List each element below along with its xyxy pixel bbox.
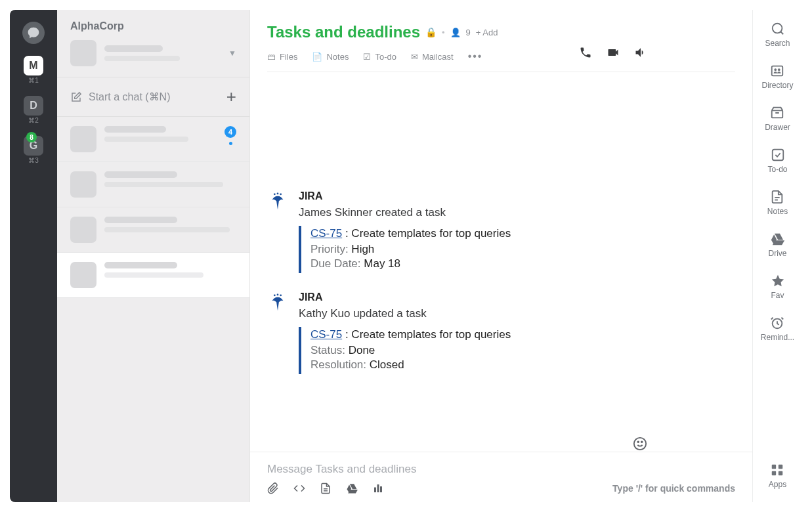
channel-actions: [579, 46, 647, 59]
message: JIRA Kathy Kuo updated a task CS-75 : Cr…: [267, 291, 735, 374]
svg-point-5: [280, 294, 282, 296]
issue-link[interactable]: CS-75: [310, 328, 342, 341]
tab-files[interactable]: 🗃 Files: [267, 51, 297, 62]
rrail-notes[interactable]: Notes: [767, 190, 788, 216]
workspace-switcher-item[interactable]: M ⌘1: [24, 56, 43, 84]
message-action: Kathy Kuo updated a task: [299, 307, 735, 320]
drive-icon[interactable]: [346, 482, 358, 494]
member-icon: 👤: [450, 28, 461, 37]
svg-point-4: [277, 293, 279, 295]
svg-point-7: [637, 441, 639, 442]
caret-down-icon: ▼: [228, 49, 236, 58]
jira-icon: [267, 293, 288, 314]
code-icon[interactable]: [293, 482, 305, 494]
rrail-directory[interactable]: Directory: [761, 64, 793, 90]
video-icon[interactable]: [607, 46, 620, 59]
message-card: CS-75 : Create templates for top queries…: [299, 226, 735, 273]
svg-rect-30: [772, 471, 776, 475]
svg-line-26: [771, 318, 773, 320]
briefcase-icon: 🗃: [267, 52, 276, 62]
main-panel: Tasks and deadlines 🔒 • 👤 9 + Add 🗃 File…: [250, 10, 752, 502]
tabs-more-icon[interactable]: •••: [468, 51, 483, 62]
start-chat-button[interactable]: Start a chat (⌘N) +: [57, 77, 249, 117]
right-rail: Search Directory Drawer To-do Notes Driv…: [752, 10, 802, 502]
channel-meta: • 👤 9 + Add: [442, 28, 498, 37]
tab-mailcast[interactable]: ✉ Mailcast: [411, 51, 454, 62]
rrail-drive[interactable]: Drive: [768, 232, 786, 258]
rrail-fav[interactable]: Fav: [771, 274, 785, 300]
workspace-header[interactable]: AlphaCorp: [57, 10, 249, 40]
svg-rect-12: [377, 484, 379, 492]
avatar: [70, 262, 96, 288]
message-input[interactable]: Message Tasks and deadlines: [267, 463, 735, 476]
poll-icon[interactable]: [372, 482, 384, 494]
svg-rect-29: [779, 465, 782, 469]
svg-point-18: [778, 68, 780, 71]
app-logo[interactable]: [22, 22, 45, 44]
add-member-button[interactable]: + Add: [476, 28, 498, 37]
jira-icon: [267, 192, 288, 213]
message-list: JIRA James Skinner created a task CS-75 …: [250, 72, 752, 452]
chat-item[interactable]: 4: [57, 117, 249, 162]
issue-title: : Create templates for top queries: [342, 227, 511, 240]
message-card: CS-75 : Create templates for top queries…: [299, 327, 735, 374]
search-icon: [771, 22, 785, 36]
channel-header: Tasks and deadlines 🔒 • 👤 9 + Add 🗃 File…: [250, 10, 752, 72]
plus-icon[interactable]: +: [226, 87, 236, 107]
svg-rect-28: [772, 465, 776, 469]
channel-tabs: 🗃 Files 📄 Notes ☑ To-do ✉ Mailcast •••: [267, 51, 735, 72]
message: JIRA James Skinner created a task CS-75 …: [267, 190, 735, 273]
svg-rect-19: [772, 110, 783, 117]
sidebar: AlphaCorp ▼ Start a chat (⌘N) + 4: [57, 10, 250, 502]
notes-icon: [770, 190, 784, 204]
people-icon: [770, 64, 784, 78]
issue-title: : Create templates for top queries: [342, 328, 511, 341]
tab-todo[interactable]: ☑ To-do: [363, 51, 396, 62]
avatar: [70, 171, 96, 198]
svg-point-8: [641, 441, 643, 442]
apps-icon: [770, 463, 784, 477]
avatar: [70, 126, 96, 152]
note-icon: 📄: [312, 52, 322, 62]
rrail-apps[interactable]: Apps: [769, 463, 786, 489]
document-icon[interactable]: [320, 482, 331, 494]
attachment-icon[interactable]: [267, 482, 279, 494]
lock-icon: 🔒: [425, 27, 437, 37]
svg-rect-16: [772, 66, 783, 76]
svg-line-27: [782, 318, 784, 320]
profile-row[interactable]: ▼: [57, 40, 249, 77]
server-rail: M ⌘1 D ⌘2 8 G ⌘3: [10, 10, 57, 502]
chat-item[interactable]: [57, 162, 249, 207]
volume-icon[interactable]: [634, 46, 647, 59]
unread-badge: 4: [224, 126, 236, 138]
message-action: James Skinner created a task: [299, 206, 735, 219]
emoji-icon[interactable]: [633, 437, 647, 451]
workspace-name: AlphaCorp: [70, 20, 124, 32]
call-icon[interactable]: [579, 46, 592, 59]
rrail-todo[interactable]: To-do: [767, 148, 787, 174]
workspace-switcher-item[interactable]: D ⌘2: [24, 96, 43, 124]
rrail-search[interactable]: Search: [765, 22, 790, 48]
notification-badge: 8: [26, 132, 37, 142]
chat-item-active[interactable]: [57, 253, 249, 298]
rrail-drawer[interactable]: Drawer: [765, 106, 790, 132]
drive-icon: [770, 232, 784, 246]
svg-point-3: [274, 294, 276, 296]
check-icon: ☑: [363, 52, 371, 62]
avatar: [70, 40, 96, 66]
svg-rect-21: [772, 150, 783, 161]
workspace-switcher-item[interactable]: 8 G ⌘3: [24, 136, 43, 164]
avatar: [70, 217, 96, 243]
message-sender: JIRA: [299, 190, 735, 202]
svg-point-2: [280, 193, 282, 195]
issue-link[interactable]: CS-75: [310, 227, 342, 240]
mail-icon: ✉: [411, 52, 418, 62]
tab-notes[interactable]: 📄 Notes: [312, 51, 349, 62]
chat-list: 4: [57, 117, 249, 502]
svg-rect-31: [779, 471, 782, 475]
rrail-remind[interactable]: Remind...: [761, 316, 794, 342]
chat-item[interactable]: [57, 207, 249, 253]
workspace-letter: D: [24, 96, 43, 116]
svg-rect-11: [374, 488, 376, 493]
svg-rect-13: [380, 486, 382, 492]
